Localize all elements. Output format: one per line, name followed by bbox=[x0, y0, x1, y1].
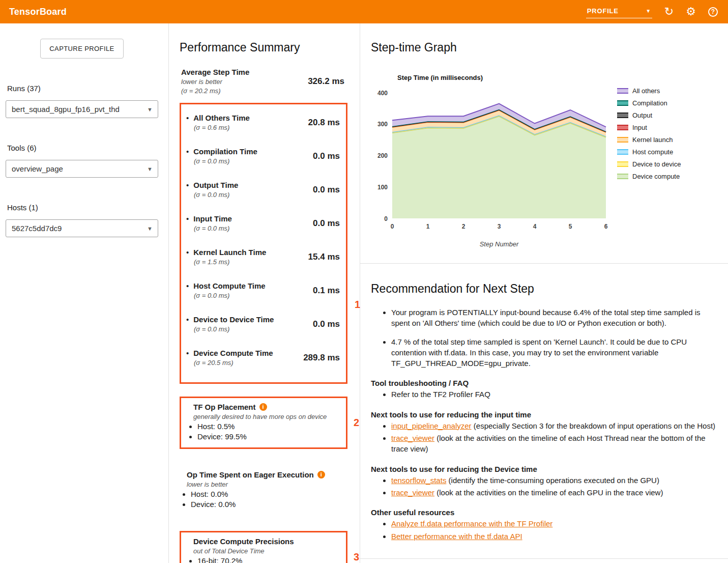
hosts-label: Hosts (1) bbox=[7, 203, 158, 212]
legend-label: Device to device bbox=[632, 160, 681, 168]
capture-profile-button[interactable]: CAPTURE PROFILE bbox=[40, 39, 123, 59]
tf-op-placement-item: Host: 0.5% bbox=[197, 422, 340, 431]
device-compute-precisions-list: 16-bit: 70.2%32-bit: 29.8% bbox=[197, 556, 340, 563]
metric-label: •Device Compute Time bbox=[186, 349, 273, 357]
metric-value: 20.8 ms bbox=[308, 118, 340, 128]
tools-select[interactable]: overview_page ▼ bbox=[6, 160, 158, 178]
rec-link[interactable]: Analyze tf.data performance with the TF … bbox=[391, 519, 552, 528]
hosts-select[interactable]: 5627c5dd7dc9 ▼ bbox=[6, 219, 158, 237]
info-icon[interactable]: i bbox=[317, 471, 325, 478]
tools-select-value: overview_page bbox=[12, 164, 63, 173]
y-tick-label: 200 bbox=[377, 152, 388, 159]
x-axis-label: Step Number bbox=[371, 240, 610, 248]
rec-item: Analyze tf.data performance with the TF … bbox=[391, 518, 716, 529]
legend-item: All others bbox=[617, 87, 681, 95]
metric-row: •All Others Time(σ = 0.6 ms)20.8 ms bbox=[186, 114, 340, 131]
metric-row: •Host Compute Time(σ = 0.0 ms)0.1 ms bbox=[186, 282, 340, 299]
annotation-3: 3 bbox=[354, 551, 359, 563]
bullet-icon: • bbox=[186, 214, 189, 223]
reload-icon[interactable]: ↻ bbox=[664, 6, 674, 17]
rec-link[interactable]: trace_viewer bbox=[391, 434, 434, 442]
precision-item: 16-bit: 70.2% bbox=[197, 556, 340, 563]
rec-link[interactable]: trace_viewer bbox=[391, 488, 434, 497]
rec-link[interactable]: Better performance with the tf.data API bbox=[391, 532, 522, 541]
settings-gear-icon[interactable]: ⚙ bbox=[686, 6, 696, 17]
legend-label: All others bbox=[632, 87, 660, 95]
app-header: TensorBoard PROFILE ▼ ↻ ⚙ ? bbox=[0, 0, 728, 23]
metric-value: 0.0 ms bbox=[313, 319, 340, 329]
legend-item: Device compute bbox=[617, 173, 681, 180]
average-step-time-label: Average Step Time bbox=[181, 68, 249, 76]
recommendation-sections: Tool troubleshooting / FAQRefer to the T… bbox=[371, 379, 716, 541]
tf-op-placement-item: Device: 99.5% bbox=[197, 432, 340, 441]
x-tick-label: 1 bbox=[426, 223, 430, 230]
metric-sigma: (σ = 0.0 ms) bbox=[194, 191, 238, 199]
runs-select-value: bert_squad_8gpu_fp16_pvt_thd bbox=[12, 105, 120, 114]
metric-value: 0.0 ms bbox=[313, 151, 340, 161]
legend-swatch bbox=[617, 174, 628, 179]
metric-value: 289.8 ms bbox=[303, 353, 340, 363]
rec-item: Better performance with the tf.data API bbox=[391, 531, 716, 542]
bullet-icon: • bbox=[186, 147, 189, 156]
hosts-field: Hosts (1) 5627c5dd7dc9 ▼ bbox=[6, 203, 158, 237]
metric-sigma: (σ = 0.0 ms) bbox=[194, 157, 257, 165]
rec-item: tensorflow_stats (identify the time-cons… bbox=[391, 475, 716, 486]
metric-sigma: (σ = 0.0 ms) bbox=[194, 292, 266, 299]
metric-value: 15.4 ms bbox=[308, 252, 340, 262]
metric-sigma: (σ = 20.5 ms) bbox=[194, 359, 273, 367]
chart-title: Step Time (in milliseconds) bbox=[397, 74, 610, 81]
recommendation-bullet: 4.7 % of the total step time sampled is … bbox=[391, 336, 716, 369]
y-tick-label: 400 bbox=[377, 90, 388, 97]
rec-section: Other useful resourcesAnalyze tf.data pe… bbox=[371, 508, 716, 542]
rec-section-heading: Next tools to use for reducing the input… bbox=[371, 410, 716, 419]
legend-label: Device compute bbox=[632, 173, 680, 180]
metric-sigma: (σ = 1.5 ms) bbox=[194, 258, 266, 266]
average-step-time-row: Average Step Time lower is better (σ = 2… bbox=[181, 68, 344, 95]
tf-op-placement-list: Host: 0.5%Device: 99.5% bbox=[197, 422, 340, 441]
rec-item: trace_viewer (look at the activities on … bbox=[391, 487, 716, 498]
y-tick-label: 0 bbox=[384, 215, 388, 222]
info-icon[interactable]: i bbox=[259, 403, 267, 411]
legend-item: Kernel launch bbox=[617, 136, 681, 144]
y-tick-label: 100 bbox=[377, 184, 388, 191]
legend-swatch bbox=[617, 161, 628, 167]
step-time-area-chart: 01002003004000123456 bbox=[371, 86, 610, 233]
chevron-down-icon: ▼ bbox=[147, 166, 153, 172]
step-time-graph-title: Step-time Graph bbox=[371, 41, 716, 54]
help-icon[interactable]: ? bbox=[708, 7, 718, 17]
x-tick-label: 4 bbox=[533, 223, 537, 230]
performance-summary-panel: Performance Summary Average Step Time lo… bbox=[168, 23, 360, 563]
average-step-time-sigma: (σ = 20.2 ms) bbox=[181, 87, 249, 95]
section-divider bbox=[360, 263, 728, 264]
rec-item: trace_viewer (look at the activities on … bbox=[391, 433, 716, 455]
rec-link[interactable]: tensorflow_stats bbox=[391, 476, 446, 485]
rec-section: Next tools to use for reducing the input… bbox=[371, 410, 716, 455]
metric-row: •Compilation Time(σ = 0.0 ms)0.0 ms bbox=[186, 147, 340, 165]
bullet-icon: • bbox=[186, 315, 189, 324]
rec-link[interactable]: input_pipeline_analyzer bbox=[391, 421, 472, 430]
runs-field: Runs (37) bert_squad_8gpu_fp16_pvt_thd ▼ bbox=[6, 84, 158, 118]
chart-block: Step Time (in milliseconds) 010020030040… bbox=[371, 74, 610, 248]
x-tick-label: 6 bbox=[604, 223, 608, 230]
step-time-panel: Step-time Graph Step Time (in millisecon… bbox=[360, 23, 728, 563]
x-tick-label: 0 bbox=[391, 223, 394, 230]
chevron-down-icon: ▼ bbox=[147, 106, 153, 112]
legend-swatch bbox=[617, 88, 628, 94]
eager-execution-title: Op Time Spent on Eager Execution bbox=[187, 470, 314, 479]
rec-section: Next tools to use for reducing the Devic… bbox=[371, 465, 716, 498]
recommendation-title: Recommendation for Next Step bbox=[371, 282, 716, 296]
performance-summary-title: Performance Summary bbox=[180, 41, 347, 54]
average-step-time-note: lower is better bbox=[181, 78, 249, 86]
runs-select[interactable]: bert_squad_8gpu_fp16_pvt_thd ▼ bbox=[6, 100, 158, 118]
y-tick-label: 300 bbox=[377, 121, 388, 128]
legend-item: Compilation bbox=[617, 99, 681, 107]
dashboard-selector[interactable]: PROFILE ▼ bbox=[586, 5, 652, 18]
legend-label: Input bbox=[632, 124, 647, 131]
eager-execution-item: Device: 0.0% bbox=[191, 500, 347, 509]
x-tick-label: 5 bbox=[569, 223, 572, 230]
metric-value: 0.1 ms bbox=[313, 286, 340, 296]
device-compute-precisions-subtitle: out of Total Device Time bbox=[193, 547, 340, 555]
metric-sigma: (σ = 0.0 ms) bbox=[194, 325, 274, 333]
rec-section-heading: Other useful resources bbox=[371, 508, 716, 517]
bullet-icon: • bbox=[186, 282, 189, 290]
